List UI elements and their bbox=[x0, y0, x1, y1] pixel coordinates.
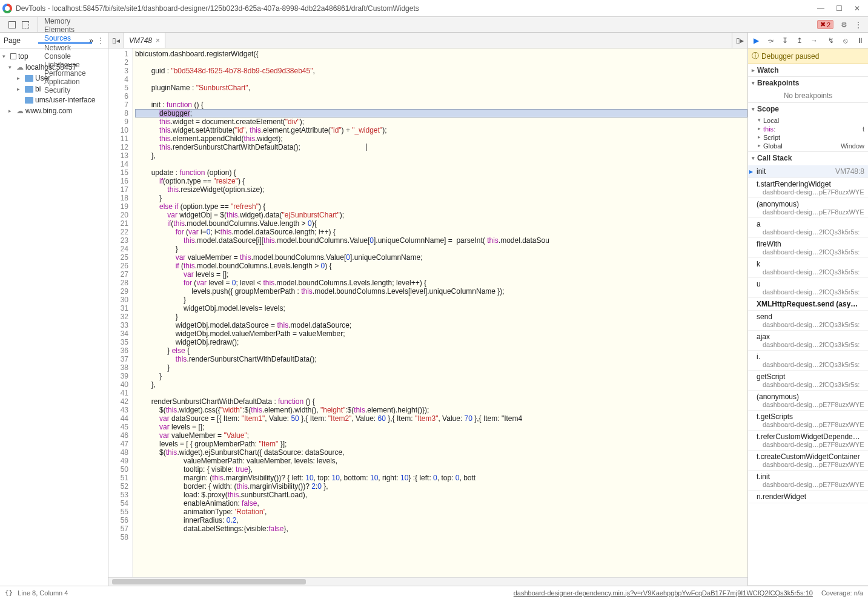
folder-icon bbox=[25, 86, 33, 93]
close-window-button[interactable]: ✕ bbox=[853, 4, 861, 13]
stack-frame[interactable]: fireWithdashboard-desig…2fCQs3k5r5s: bbox=[748, 238, 868, 258]
status-bar: {} Line 8, Column 4 dashboard-designer-d… bbox=[0, 586, 868, 599]
editor-tab-label: VM748 bbox=[129, 36, 152, 45]
tree-item-label: localhost:58457 bbox=[25, 63, 76, 71]
cloud-icon: ☁ bbox=[16, 107, 24, 115]
coverage-status: Coverage: n/a bbox=[821, 589, 863, 597]
tree-item-label: ums/user-interface bbox=[35, 96, 95, 104]
step-out-icon[interactable]: ↥ bbox=[795, 36, 804, 45]
paused-banner: ⓘ Debugger paused bbox=[748, 48, 868, 64]
minimize-button[interactable]: — bbox=[817, 4, 824, 13]
stack-frame[interactable]: t.createCustomWidgetContainerdashboard-d… bbox=[748, 451, 868, 471]
editor-nav-toggle[interactable]: ▯◂ bbox=[108, 33, 124, 48]
close-tab-icon[interactable]: × bbox=[156, 36, 160, 45]
scope-section[interactable]: ▾Scope bbox=[748, 103, 868, 115]
page-panel-title: Page bbox=[4, 36, 85, 45]
info-icon: ⓘ bbox=[752, 51, 759, 61]
file-tree[interactable]: ▾top▾☁localhost:58457▸User▸biums/user-in… bbox=[0, 48, 108, 119]
devtools-tabstrip: MemoryElementsSourcesNetworkConsoleLight… bbox=[0, 17, 868, 33]
cursor-position: Line 8, Column 4 bbox=[18, 589, 68, 597]
tree-item[interactable]: ▸☁www.bing.com bbox=[0, 105, 108, 116]
stack-frame[interactable]: kdashboard-desig…2fCQs3k5r5s: bbox=[748, 258, 868, 278]
source-link[interactable]: dashboard-designer-dependency.min.js?v=r… bbox=[514, 589, 813, 597]
maximize-button[interactable]: ☐ bbox=[835, 4, 843, 13]
watch-section[interactable]: ▸Watch bbox=[748, 64, 868, 76]
window-titlebar: DevTools - localhost:58457/bi/site/site1… bbox=[0, 0, 868, 17]
window-title: DevTools - localhost:58457/bi/site/site1… bbox=[16, 4, 817, 13]
step-over-icon[interactable]: ⤼ bbox=[766, 36, 775, 45]
scope-row[interactable]: ▸Script bbox=[748, 133, 868, 142]
tree-item[interactable]: ▸User bbox=[0, 73, 108, 84]
watch-label: Watch bbox=[757, 66, 779, 74]
breakpoints-label: Breakpoints bbox=[757, 79, 799, 87]
tab-memory[interactable]: Memory bbox=[38, 17, 92, 25]
page-panel-more-icon[interactable]: » bbox=[89, 36, 93, 45]
stack-frame[interactable]: (anonymous)dashboard-desig…pE7F8uzxWYE bbox=[748, 198, 868, 218]
bracket-icon[interactable]: {} bbox=[5, 589, 13, 597]
error-count: 2 bbox=[827, 21, 830, 28]
error-badge[interactable]: ✖ 2 bbox=[817, 20, 833, 29]
no-breakpoints-msg: No breakpoints bbox=[748, 89, 868, 102]
pause-icon[interactable]: ⏸ bbox=[856, 36, 864, 45]
pause-on-exceptions-icon[interactable]: ⦸ bbox=[841, 36, 850, 45]
tree-item-label: User bbox=[35, 74, 50, 82]
code-editor[interactable]: 1234567891011121314151617181920212223242… bbox=[108, 48, 747, 577]
step-into-icon[interactable]: ↧ bbox=[781, 36, 789, 45]
stack-frame[interactable]: t.startRenderingWidgetdashboard-desig…pE… bbox=[748, 178, 868, 198]
inspect-element-icon[interactable] bbox=[8, 21, 16, 28]
stack-frame[interactable]: t.initdashboard-desig…pE7F8uzxWYE bbox=[748, 471, 868, 491]
stack-frame[interactable]: senddashboard-desig…2fCQs3k5r5s: bbox=[748, 311, 868, 331]
stack-frame[interactable]: getScriptdashboard-desig…2fCQs3k5r5s: bbox=[748, 371, 868, 391]
device-toggle-icon[interactable] bbox=[22, 21, 29, 28]
callstack-label: Call Stack bbox=[757, 154, 792, 162]
stack-frame[interactable]: n.renderWidget bbox=[748, 491, 868, 503]
debugger-toolbar: ▶ ⤼ ↧ ↥ → ↯ ⦸ ⏸ bbox=[748, 33, 868, 48]
tree-item[interactable]: ▾top bbox=[0, 51, 108, 62]
tree-item[interactable]: ums/user-interface bbox=[0, 94, 108, 105]
settings-icon[interactable]: ⚙ bbox=[841, 21, 847, 29]
folder-icon bbox=[25, 75, 33, 82]
frame-icon bbox=[10, 53, 16, 59]
resume-icon[interactable]: ▶ bbox=[752, 36, 760, 45]
stack-frame[interactable]: ajaxdashboard-desig…2fCQs3k5r5s: bbox=[748, 331, 868, 351]
scope-row[interactable]: ▸GlobalWindow bbox=[748, 142, 868, 150]
stack-frame[interactable]: i.dashboard-desig…2fCQs3k5r5s: bbox=[748, 351, 868, 371]
breakpoints-section[interactable]: ▾Breakpoints bbox=[748, 77, 868, 89]
page-panel: Page » ⋮ ▾top▾☁localhost:58457▸User▸bium… bbox=[0, 33, 108, 586]
deactivate-breakpoints-icon[interactable]: ↯ bbox=[827, 36, 835, 45]
stack-frame[interactable]: t.referCustomWidgetDepende…dashboard-des… bbox=[748, 431, 868, 451]
step-icon[interactable]: → bbox=[810, 36, 818, 45]
stack-frame[interactable]: XMLHttpRequest.send (asy… bbox=[748, 298, 868, 311]
tree-item-label: top bbox=[18, 52, 28, 61]
page-panel-menu-icon[interactable]: ⋮ bbox=[97, 36, 104, 45]
more-menu-icon[interactable]: ⋮ bbox=[855, 21, 862, 29]
paused-label: Debugger paused bbox=[761, 52, 819, 61]
cloud-icon: ☁ bbox=[16, 63, 24, 71]
editor-panel: ▯◂ VM748 × ▯▸ 12345678910111213141516171… bbox=[108, 33, 747, 586]
scope-row[interactable]: ▾Local bbox=[748, 116, 868, 125]
tree-item-label: www.bing.com bbox=[25, 107, 72, 115]
debugger-panel: ▶ ⤼ ↧ ↥ → ↯ ⦸ ⏸ ⓘ Debugger paused ▸Watch… bbox=[747, 33, 868, 586]
stack-frame[interactable]: (anonymous)dashboard-desig…pE7F8uzxWYE bbox=[748, 391, 868, 411]
stack-frame[interactable]: initVM748:8 bbox=[748, 165, 868, 178]
scope-label: Scope bbox=[757, 105, 779, 113]
editor-tab-vm748[interactable]: VM748 × bbox=[124, 33, 165, 48]
chrome-icon bbox=[2, 4, 12, 13]
stack-frame[interactable]: adashboard-desig…2fCQs3k5r5s: bbox=[748, 218, 868, 238]
tree-item[interactable]: ▸bi bbox=[0, 84, 108, 94]
callstack-section[interactable]: ▾Call Stack bbox=[748, 152, 868, 164]
scope-row[interactable]: ▸this: t bbox=[748, 125, 868, 133]
editor-nav-right[interactable]: ▯▸ bbox=[732, 33, 747, 48]
tree-item[interactable]: ▾☁localhost:58457 bbox=[0, 62, 108, 73]
stack-frame[interactable]: udashboard-desig…2fCQs3k5r5s: bbox=[748, 278, 868, 298]
horizontal-scrollbar[interactable] bbox=[108, 577, 747, 586]
folder-icon bbox=[25, 97, 33, 104]
tree-item-label: bi bbox=[35, 85, 41, 93]
stack-frame[interactable]: t.getScriptsdashboard-desig…pE7F8uzxWYE bbox=[748, 411, 868, 431]
